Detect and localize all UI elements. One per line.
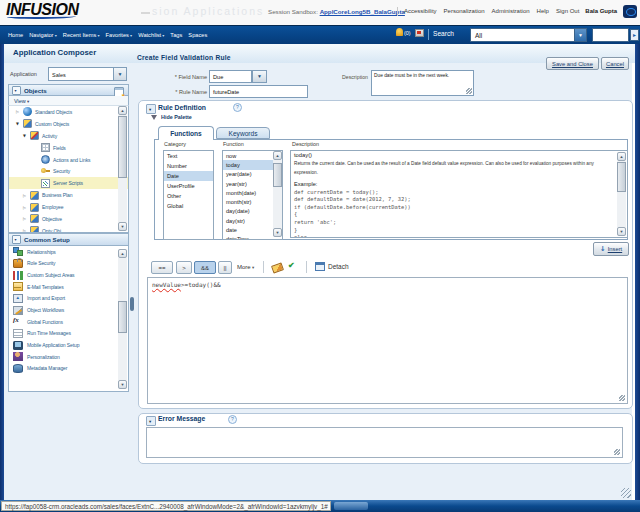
function-scrollbar[interactable]: ▲ ▼ (273, 151, 282, 237)
menu-item[interactable]: Favorites (106, 32, 133, 38)
function-item[interactable]: dateTime (223, 235, 273, 240)
window-resize-grip[interactable] (621, 488, 631, 498)
op-greater-button[interactable]: > (176, 261, 192, 274)
category-item[interactable]: UserProfile (164, 181, 213, 191)
category-item[interactable]: Number (164, 161, 213, 171)
tree-expand-arrow[interactable] (19, 193, 30, 198)
scroll-down-icon[interactable]: ▼ (118, 380, 127, 389)
search-scope-select[interactable]: All▼ (470, 28, 587, 42)
list-item[interactable]: Import and Export (9, 293, 128, 305)
chevron-down-icon[interactable]: ▼ (113, 68, 126, 80)
validate-icon[interactable]: ✔ (288, 261, 295, 270)
category-item[interactable]: Date (164, 171, 213, 181)
common-setup-header[interactable]: ˇCommon Setup (8, 233, 129, 246)
tree-item[interactable]: Activity (9, 130, 128, 142)
splitter-handle[interactable] (130, 297, 134, 311)
list-item[interactable]: Role Security (9, 258, 128, 270)
tree-item[interactable]: Business Plan (9, 189, 128, 201)
tree-item[interactable]: Employee (9, 201, 128, 213)
menu-item[interactable]: Spaces (188, 32, 207, 38)
search-go-button[interactable]: ▸ (630, 29, 639, 41)
bell-icon[interactable] (396, 28, 403, 36)
top-link[interactable]: Help (537, 8, 549, 14)
list-item[interactable]: Personalization (9, 351, 128, 363)
list-item[interactable]: Mobile Application Setup (9, 339, 128, 351)
top-link[interactable]: Sign Out (556, 8, 579, 14)
rule-name-input[interactable]: futureDate (209, 85, 308, 98)
hide-palette-link[interactable]: Hide Palette (161, 114, 192, 120)
tree-scrollbar[interactable]: ▲ ▼ (118, 106, 127, 231)
scroll-down-icon[interactable]: ▼ (273, 228, 282, 237)
list-item[interactable]: Run Time Messages (9, 328, 128, 340)
resize-grip[interactable] (614, 449, 620, 455)
flag-icon[interactable] (415, 29, 423, 37)
resize-grip[interactable] (619, 395, 625, 401)
tree-expand-arrow[interactable] (12, 121, 23, 126)
section-collapse-icon[interactable]: ˇ (146, 416, 156, 426)
tab-keywords[interactable]: Keywords (216, 127, 270, 139)
category-item[interactable]: Text (164, 151, 213, 161)
function-item[interactable]: day(date) (223, 207, 273, 216)
function-item[interactable]: year(date) (223, 170, 273, 179)
objects-view-menubar[interactable]: View (8, 96, 129, 106)
tree-item[interactable]: Opty Obj (9, 225, 128, 233)
scroll-thumb[interactable] (118, 301, 127, 333)
menu-item[interactable]: Tags (170, 32, 182, 38)
tree-expand-arrow[interactable] (12, 109, 23, 114)
scroll-up-icon[interactable]: ▲ (118, 249, 127, 258)
list-item[interactable]: Metadata Manager (9, 363, 128, 375)
menu-item[interactable]: Recent Items (63, 32, 100, 38)
tree-item[interactable]: Actions and Links (9, 154, 128, 166)
top-link[interactable]: Personalization (444, 8, 485, 14)
scroll-up-icon[interactable]: ▲ (118, 106, 127, 115)
list-item[interactable]: Global Functions (9, 316, 128, 328)
resize-grip[interactable] (466, 88, 472, 94)
scroll-thumb[interactable] (273, 163, 282, 187)
tree-item[interactable]: Server Scripts (9, 177, 128, 189)
detach-button[interactable]: Detach (328, 263, 349, 270)
function-item[interactable]: year(str) (223, 179, 273, 188)
scroll-down-icon[interactable]: ▼ (118, 222, 127, 231)
list-item[interactable]: E-Mail Templates (9, 281, 128, 293)
function-item[interactable]: today (223, 160, 273, 169)
objects-panel-header[interactable]: ˇObjects (8, 84, 129, 96)
user-name[interactable]: Bala Gupta (585, 8, 617, 14)
more-menu[interactable]: More (237, 264, 254, 270)
tree-item[interactable]: Fields (9, 142, 128, 154)
application-select[interactable]: Sales▼ (48, 67, 127, 81)
tree-item[interactable]: Standard Objects (9, 106, 128, 118)
field-name-select[interactable]: Due (209, 70, 252, 83)
tree-expand-arrow[interactable] (19, 205, 30, 210)
section-collapse-icon[interactable]: ˇ (146, 104, 156, 114)
scroll-thumb[interactable] (617, 162, 626, 192)
list-item[interactable]: Relationships (9, 246, 128, 258)
top-link[interactable]: Administration (492, 8, 530, 14)
function-item[interactable]: month(date) (223, 188, 273, 197)
scroll-down-icon[interactable]: ▼ (617, 227, 626, 236)
alert-count[interactable]: (0) (404, 30, 411, 36)
category-item[interactable]: Other (164, 191, 213, 201)
search-input[interactable] (592, 28, 629, 42)
description-scrollbar[interactable]: ▲ ▼ (617, 152, 626, 236)
save-and-close-button[interactable]: Save and Close (546, 57, 599, 70)
scroll-up-icon[interactable]: ▲ (617, 152, 626, 161)
detach-icon[interactable] (315, 262, 325, 271)
tree-expand-arrow[interactable] (19, 133, 30, 138)
chevron-down-icon[interactable]: ▼ (252, 70, 267, 83)
common-setup-scrollbar[interactable]: ▲ ▼ (118, 249, 127, 389)
scroll-thumb[interactable] (118, 116, 127, 178)
tree-expand-arrow[interactable] (19, 216, 30, 221)
scroll-up-icon[interactable]: ▲ (273, 151, 282, 160)
new-window-icon[interactable] (114, 87, 124, 97)
menu-item[interactable]: Watchlist (138, 32, 164, 38)
function-item[interactable]: day(str) (223, 216, 273, 225)
op-or-button[interactable]: || (218, 261, 232, 274)
error-message-textarea[interactable] (146, 427, 623, 458)
help-icon[interactable]: ? (233, 103, 242, 112)
function-item[interactable]: date (223, 225, 273, 234)
brand-icon[interactable] (623, 5, 637, 18)
category-item[interactable]: Global (164, 201, 213, 211)
tree-item[interactable]: Security (9, 165, 128, 177)
view-menu[interactable]: View (14, 98, 29, 104)
menu-item[interactable]: Home (8, 32, 23, 38)
